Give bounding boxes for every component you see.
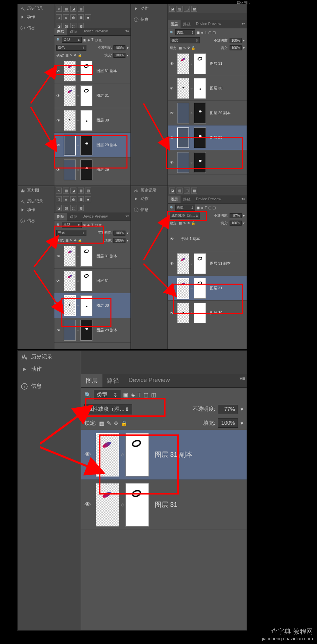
visibility-toggle[interactable]: 👁 <box>168 261 176 266</box>
filter-icon-1[interactable]: ▣ <box>83 223 86 227</box>
layer-name[interactable]: 图层 30 <box>94 303 130 308</box>
fill-arrow[interactable]: ▾ <box>243 46 245 50</box>
lock-icon-2[interactable]: ✎ <box>70 53 72 57</box>
icon-b2[interactable]: ◈ <box>63 14 69 20</box>
layer-name[interactable]: 图层 31 副本 <box>94 68 130 73</box>
layer-name[interactable]: 图层 31 <box>94 93 130 98</box>
info-item[interactable]: i 信息 <box>18 24 54 32</box>
visibility-toggle[interactable]: 👁 <box>168 61 176 66</box>
tab-layers[interactable]: 图层 <box>168 20 181 28</box>
icon-g3[interactable]: ⬚ <box>70 205 76 211</box>
link-icon[interactable]: ⟐ <box>77 279 79 283</box>
filter-icon-3[interactable]: T <box>205 31 207 34</box>
blend-mode-dropdown[interactable]: 颜色⇕ <box>56 45 86 51</box>
icon-g2[interactable]: ▨ <box>63 205 69 211</box>
opacity-value[interactable]: 100% <box>113 231 125 236</box>
visibility-toggle[interactable]: 👁 <box>54 168 62 172</box>
filter-icon-4[interactable]: ▢ <box>208 206 211 210</box>
tab-layers[interactable]: 图层 <box>54 213 67 221</box>
lock-icon-4[interactable]: 🔒 <box>191 221 195 225</box>
blend-mode-dropdown[interactable]: 线性减淡（添…⇕ <box>84 404 132 414</box>
filter-icon[interactable]: 🔍 <box>170 206 174 210</box>
layer-row[interactable]: 👁 ⟐ 图层 31 <box>81 480 247 530</box>
layer-row[interactable]: 👁 ⟐ 图层 30 <box>54 108 130 133</box>
icon-e4[interactable]: ▤ <box>78 188 84 194</box>
layer-thumbnail[interactable] <box>194 152 206 173</box>
layer-thumbnail[interactable] <box>177 78 189 99</box>
visibility-toggle[interactable]: 👁 <box>81 451 94 458</box>
icon-f2[interactable]: ◈ <box>63 196 69 202</box>
layer-name[interactable]: 形状 1 副本 <box>179 236 247 241</box>
lock-icon-3[interactable]: ✥ <box>114 420 118 426</box>
icon-e2[interactable]: ▥ <box>63 188 69 194</box>
layer-thumbnail[interactable] <box>177 152 189 173</box>
layer-thumbnail[interactable] <box>125 433 149 476</box>
tab-paths[interactable]: 路径 <box>181 196 193 203</box>
layer-thumbnail[interactable] <box>80 320 92 341</box>
actions-item[interactable]: 动作 <box>18 13 54 21</box>
visibility-toggle[interactable]: 👁 <box>54 143 62 147</box>
icon-a2[interactable]: ▥ <box>63 6 69 12</box>
layer-name[interactable]: 图层 29 <box>94 167 130 172</box>
layer-thumbnail[interactable] <box>64 61 76 81</box>
blend-mode-dropdown[interactable]: 强光⇕ <box>56 230 86 236</box>
fill-arrow[interactable]: ▾ <box>241 420 243 426</box>
actions-item[interactable]: 动作 <box>18 363 81 375</box>
layer-thumbnail[interactable] <box>80 295 92 316</box>
lock-icon-2[interactable]: ✎ <box>70 239 72 242</box>
filter-icon-1[interactable]: ▣ <box>83 38 86 42</box>
history-item[interactable]: 历史记录 <box>131 186 168 195</box>
link-icon[interactable]: ⟐ <box>77 94 79 97</box>
link-icon[interactable]: ⟐ <box>77 143 79 147</box>
link-icon[interactable]: ⟐ <box>191 86 193 90</box>
layer-name[interactable]: 图层 29 <box>207 135 247 140</box>
icon-f1[interactable]: □ <box>56 196 62 202</box>
icon-e3[interactable]: ◢ <box>70 188 76 194</box>
fill-arrow[interactable]: ▾ <box>243 221 245 225</box>
layer-name[interactable]: 图层 29 副本 <box>207 110 247 115</box>
filter-icon-4[interactable]: ▢ <box>95 38 98 42</box>
filter-icon[interactable]: 🔍 <box>170 31 174 34</box>
lock-icon-4[interactable]: 🔒 <box>191 46 195 50</box>
layer-name[interactable]: 图层 31 <box>94 278 130 283</box>
fill-value[interactable]: 100% <box>230 221 242 226</box>
filter-icon-5[interactable]: ◫ <box>99 38 102 42</box>
layer-thumbnail[interactable] <box>194 278 206 299</box>
layer-name[interactable]: 图层 30 <box>207 86 247 91</box>
link-icon[interactable]: ⟐ <box>191 160 193 164</box>
opacity-value[interactable]: 57% <box>230 213 242 218</box>
layer-thumbnail[interactable] <box>80 135 92 155</box>
visibility-toggle[interactable]: 👁 <box>168 86 176 91</box>
layer-thumbnail[interactable] <box>64 246 76 267</box>
tab-paths[interactable]: 路径 <box>67 28 80 35</box>
layer-name[interactable]: 图层 31 <box>207 286 247 291</box>
icon-h1[interactable]: ◪ <box>169 188 175 194</box>
icon-b1[interactable]: □ <box>56 14 62 20</box>
history-item[interactable]: 历史记录 <box>18 4 54 13</box>
layer-row[interactable]: 👁 ⟐ 图层 29 副本 <box>168 101 247 125</box>
visibility-toggle[interactable]: 👁 <box>54 279 62 283</box>
filter-icon-4[interactable]: ▢ <box>143 392 148 398</box>
lock-icon-4[interactable]: 🔒 <box>78 53 82 57</box>
layer-thumbnail[interactable] <box>96 483 119 527</box>
history-item[interactable]: 历史记录 <box>18 351 81 363</box>
layer-name[interactable]: 图层 31 副本 <box>150 450 247 459</box>
filter-icon-2[interactable]: ◈ <box>131 392 135 398</box>
icon-d4[interactable]: ▩ <box>191 6 197 12</box>
layer-thumbnail[interactable] <box>177 278 189 299</box>
link-icon[interactable]: ⟐ <box>77 328 79 332</box>
filter-icon-2[interactable]: ◈ <box>87 38 90 42</box>
icon-e1[interactable]: ☀ <box>56 188 62 194</box>
icon-a4[interactable]: ▤ <box>78 6 84 12</box>
link-icon[interactable]: ⟐ <box>77 254 79 258</box>
visibility-toggle[interactable]: 👁 <box>168 111 176 115</box>
opacity-arrow[interactable]: ▾ <box>243 214 245 218</box>
opacity-arrow[interactable]: ▾ <box>243 39 245 42</box>
layer-thumbnail[interactable] <box>64 110 76 131</box>
lock-icon-1[interactable]: ▦ <box>65 239 68 242</box>
icon-b5[interactable]: ■ <box>85 14 91 20</box>
opacity-arrow[interactable]: ▾ <box>127 231 128 235</box>
link-icon[interactable]: ⟐ <box>77 118 79 122</box>
opacity-value[interactable]: 100% <box>230 38 242 43</box>
panel-menu-icon[interactable]: ▾≡ <box>240 375 245 382</box>
